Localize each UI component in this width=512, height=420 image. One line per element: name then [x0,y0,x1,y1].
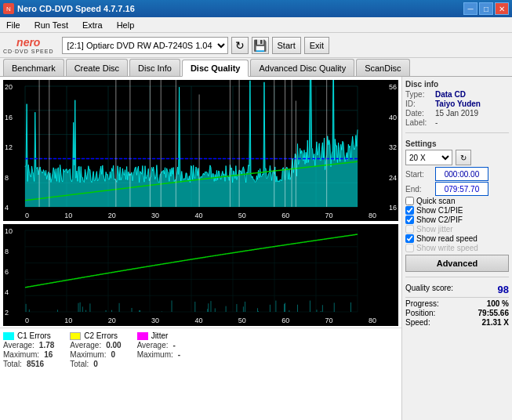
speed-value: 21.31 X [482,318,509,327]
progress-row: Progress: 100 % [405,299,509,308]
start-button[interactable]: Start [272,37,301,54]
x-axis-top: 0 10 20 30 40 50 60 70 80 [25,212,376,219]
drive-select[interactable]: [2:1] Optiarc DVD RW AD-7240S 1.04 [62,37,228,54]
chart-top: 20 16 12 8 4 56 40 32 24 16 0 10 20 30 4… [3,80,398,221]
c1-label: C1 Errors [17,331,51,340]
c2-total-label: Total: [70,360,89,368]
jitter-avg-label: Average: [137,341,169,349]
quick-scan-row: Quick scan [405,197,509,205]
end-time-label: End: [405,185,434,194]
show-jitter-checkbox[interactable] [405,225,414,234]
show-write-speed-label: Show write speed [416,244,478,252]
show-jitter-row: Show jitter [405,225,509,234]
c1-total-value: 8516 [27,360,44,368]
exit-button[interactable]: Exit [304,37,329,54]
logo-sub: CD·DVD SPEED [3,49,54,54]
save-icon-button[interactable]: 💾 [252,37,269,54]
c2-label: C2 Errors [84,331,118,340]
c1-max-label: Maximum: [3,350,39,359]
legend-c1: C1 Errors Average: 1.78 Maximum: 16 Tota… [3,331,54,368]
disc-id-row: ID: Taiyo Yuden [405,100,509,108]
c2-color-swatch [70,332,81,340]
legend-area: C1 Errors Average: 1.78 Maximum: 16 Tota… [0,328,401,371]
close-button[interactable]: ✕ [495,2,509,15]
show-read-speed-row: Show read speed [405,234,509,243]
divider-3 [405,297,509,298]
jitter-max-value: - [178,350,180,359]
show-c1pie-label: Show C1/PIE [416,206,463,215]
title-bar: N Nero CD-DVD Speed 4.7.7.16 ─ □ ✕ [0,0,512,17]
quality-score-row: Quality score: 98 [405,284,509,295]
tab-benchmark[interactable]: Benchmark [3,59,64,76]
disc-info-title: Disc info [405,80,509,89]
main-content: 20 16 12 8 4 56 40 32 24 16 0 10 20 30 4… [0,77,512,420]
disc-label-label: Label: [405,118,434,127]
c1-avg-value: 1.78 [39,341,54,349]
disc-type-row: Type: Data CD [405,90,509,99]
tab-create-disc[interactable]: Create Disc [66,59,128,76]
speed-row: Speed: 21.31 X [405,318,509,327]
disc-type-label: Type: [405,90,434,99]
tab-bar: Benchmark Create Disc Disc Info Disc Qua… [0,58,512,77]
c1-avg-label: Average: [3,341,34,349]
tab-scandisc[interactable]: ScanDisc [356,59,409,76]
refresh-icon-button[interactable]: ↻ [231,37,249,54]
tab-disc-info[interactable]: Disc Info [129,59,180,76]
start-time-input[interactable] [435,167,488,181]
menu-extra[interactable]: Extra [79,19,106,31]
c2-total-value: 0 [93,360,98,368]
menu-file[interactable]: File [3,19,24,31]
disc-label-value: - [435,118,438,127]
show-c2pif-label: Show C2/PIF [416,215,463,224]
start-time-label: Start: [405,170,434,179]
jitter-max-label: Maximum: [137,350,173,359]
disc-date-label: Date: [405,109,434,118]
disc-date-value: 15 Jan 2019 [435,109,478,118]
divider-2 [405,277,509,277]
tab-disc-quality[interactable]: Disc Quality [182,60,249,77]
quality-score-value: 98 [498,284,509,295]
show-c1pie-checkbox[interactable] [405,206,414,215]
app-icon: N [3,3,14,14]
speed-refresh-icon[interactable]: ↻ [456,150,471,165]
chart-area: 20 16 12 8 4 56 40 32 24 16 0 10 20 30 4… [0,77,402,420]
maximize-button[interactable]: □ [479,2,493,15]
jitter-label: Jitter [151,331,169,340]
show-c2pif-checkbox[interactable] [405,215,414,224]
y-axis-left-bottom: 10 8 6 4 2 [5,227,13,317]
end-time-row: End: [405,182,509,196]
progress-label: Progress: [405,299,439,308]
legend-jitter: Jitter Average: - Maximum: - [137,331,180,368]
quick-scan-label: Quick scan [416,197,455,205]
tab-advanced-disc-quality[interactable]: Advanced Disc Quality [250,59,354,76]
c2-avg-label: Average: [70,341,101,349]
disc-id-value: Taiyo Yuden [435,100,481,108]
right-panel: Disc info Type: Data CD ID: Taiyo Yuden … [402,77,512,420]
disc-date-row: Date: 15 Jan 2019 [405,109,509,118]
chart-bottom: 10 8 6 4 2 0 10 20 30 40 50 60 70 80 [3,224,398,326]
position-label: Position: [405,309,435,317]
c1-total-label: Total: [3,360,22,368]
progress-value: 100 % [487,299,509,308]
minimize-button[interactable]: ─ [463,2,478,15]
c2-max-label: Maximum: [70,350,106,359]
x-axis-bottom: 0 10 20 30 40 50 60 70 80 [25,317,376,324]
c2-avg-value: 0.00 [106,341,121,349]
position-value: 79:55.66 [478,309,509,317]
menu-run-test[interactable]: Run Test [31,19,71,31]
menu-bar: File Run Test Extra Help [0,17,512,33]
app-logo: nero CD·DVD SPEED [3,36,54,54]
speed-select[interactable]: 20 X [405,150,452,165]
end-time-input[interactable] [435,182,488,196]
window-controls[interactable]: ─ □ ✕ [463,2,509,15]
show-write-speed-checkbox[interactable] [405,244,414,252]
app-title: Nero CD-DVD Speed 4.7.7.16 [17,4,135,13]
c2-max-value: 0 [111,350,115,359]
show-read-speed-checkbox[interactable] [405,234,414,243]
menu-help[interactable]: Help [114,19,138,31]
c1-color-swatch [3,332,14,340]
settings-title: Settings [405,139,509,148]
start-time-row: Start: [405,167,509,181]
quick-scan-checkbox[interactable] [405,197,414,205]
advanced-button[interactable]: Advanced [405,255,509,272]
